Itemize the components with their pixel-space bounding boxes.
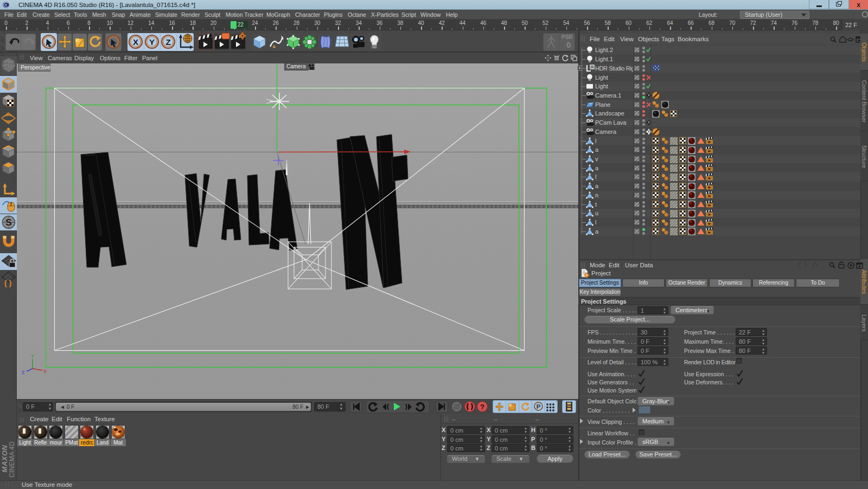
svg-text:Y: Y (149, 37, 155, 47)
svg-text:Y: Y (31, 353, 34, 359)
svg-text:0: 0 (591, 65, 593, 69)
svg-text:S: S (5, 217, 11, 228)
svg-text:P: P (537, 403, 540, 410)
svg-text:X: X (133, 37, 138, 47)
svg-text:( ): ( ) (4, 279, 11, 287)
svg-text:+: + (272, 43, 276, 50)
svg-text:?: ? (480, 403, 484, 411)
svg-text:X: X (43, 369, 47, 374)
svg-text:Z: Z (22, 370, 25, 375)
svg-text:Z: Z (165, 37, 170, 47)
